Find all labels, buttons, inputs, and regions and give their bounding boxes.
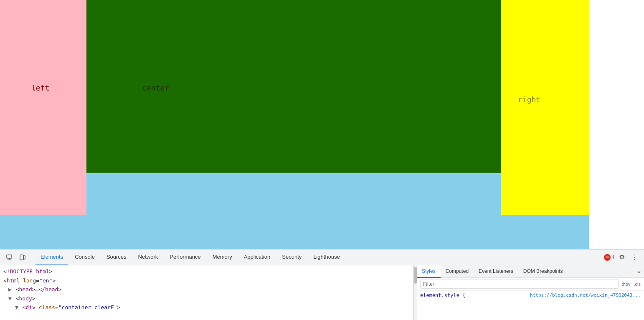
styles-filter-input[interactable] — [420, 280, 619, 289]
error-circle: ✕ — [604, 254, 611, 261]
triangle-icon: ▼ — [8, 295, 12, 302]
tab-application[interactable]: Application — [239, 249, 276, 265]
styles-tab-dom-breakpoints[interactable]: DOM Breakpoints — [518, 265, 568, 278]
center-label: center — [142, 83, 169, 92]
box-left — [0, 0, 86, 215]
cls-button[interactable]: .cls — [634, 282, 641, 287]
hov-button[interactable]: :hov — [622, 282, 631, 287]
triangle-icon: ▼ — [15, 304, 18, 310]
inspect-element-button[interactable] — [3, 252, 15, 263]
svg-rect-4 — [23, 256, 25, 259]
html-line-html[interactable]: <html lang="en"> — [0, 276, 413, 285]
html-tree-panel[interactable]: <!DOCTYPE html> <html lang="en"> ▶ <head… — [0, 265, 413, 320]
styles-panel: Styles Computed Event Listeners DOM Brea… — [417, 265, 644, 320]
right-label: right — [518, 95, 540, 104]
tab-network[interactable]: Network — [133, 249, 163, 265]
tab-elements[interactable]: Elements — [35, 249, 68, 265]
box-right-yellow — [501, 0, 589, 215]
html-line-doctype[interactable]: <!DOCTYPE html> — [0, 267, 413, 276]
toolbar-separator — [32, 253, 32, 262]
box-bottom-blue — [0, 215, 589, 249]
style-selector: element.style — [420, 292, 459, 298]
scrollbar-thumb — [414, 267, 417, 284]
html-line-body[interactable]: ▼ <body> — [0, 294, 413, 303]
tab-console[interactable]: Console — [70, 249, 100, 265]
styles-filter-bar: :hov .cls — [417, 278, 644, 291]
style-url[interactable]: https://blog.csdn.net/weixin_47902043... — [530, 292, 641, 298]
style-open-brace: { — [462, 292, 465, 298]
style-rule-element: element.style { https://blog.csdn.net/we… — [420, 292, 641, 298]
settings-icon[interactable]: ⚙ — [616, 252, 627, 263]
html-tree-scrollbar[interactable] — [413, 265, 417, 320]
error-badge[interactable]: ✕ 1 — [604, 254, 615, 261]
styles-content: element.style { https://blog.csdn.net/we… — [417, 291, 644, 320]
html-line-head[interactable]: ▶ <head>…</head> — [0, 285, 413, 294]
styles-tab-styles[interactable]: Styles — [417, 265, 441, 278]
left-label: left — [31, 83, 49, 92]
error-count: 1 — [612, 254, 615, 260]
devtools-panel: Elements Console Sources Network Perform… — [0, 249, 644, 320]
styles-tabs-bar: Styles Computed Event Listeners DOM Brea… — [417, 265, 644, 278]
page-area: left center right — [0, 0, 644, 249]
svg-rect-0 — [7, 255, 12, 258]
devtools-toolbar: Elements Console Sources Network Perform… — [0, 249, 644, 265]
svg-rect-3 — [20, 255, 23, 260]
tab-lighthouse[interactable]: Lighthouse — [308, 249, 345, 265]
devtools-body: <!DOCTYPE html> <html lang="en"> ▶ <head… — [0, 265, 644, 320]
toggle-device-button[interactable] — [17, 252, 28, 263]
triangle-icon: ▶ — [8, 286, 12, 292]
styles-tab-event-listeners[interactable]: Event Listeners — [474, 265, 518, 278]
tab-security[interactable]: Security — [277, 249, 307, 265]
html-line-div-container[interactable]: ▼ <div class="container clearF"> — [0, 303, 413, 312]
tab-memory[interactable]: Memory — [208, 249, 237, 265]
tab-performance[interactable]: Performance — [165, 249, 205, 265]
more-options-icon[interactable]: ⋮ — [629, 252, 641, 263]
tab-sources[interactable]: Sources — [101, 249, 132, 265]
styles-tab-computed[interactable]: Computed — [441, 265, 474, 278]
styles-tab-more-icon[interactable]: » — [634, 269, 644, 275]
